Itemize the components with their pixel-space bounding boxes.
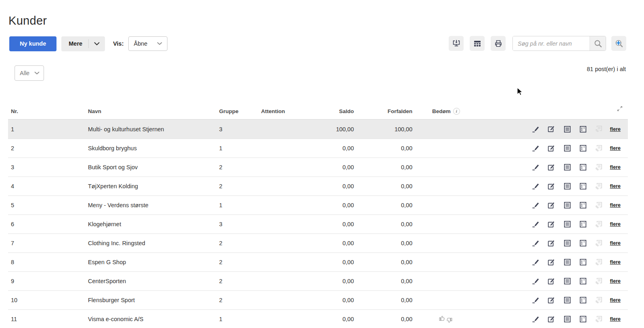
flere-link[interactable]: flere — [610, 278, 621, 284]
account-statement-button[interactable] — [579, 296, 588, 305]
table-row[interactable]: 8 Espen G Shop 2 0,00 0,00 — [8, 252, 628, 271]
recurring-invoice-button-disabled[interactable] — [594, 296, 603, 305]
header-gruppe[interactable]: Gruppe — [219, 108, 261, 114]
account-statement-button[interactable] — [579, 144, 588, 153]
recurring-invoice-button-disabled[interactable] — [594, 163, 603, 172]
rating-thumbs[interactable] — [439, 315, 453, 324]
inline-edit-button[interactable] — [531, 315, 540, 324]
table-layout-button[interactable] — [470, 36, 485, 51]
more-dropdown-toggle[interactable] — [89, 42, 105, 46]
recurring-invoice-button-disabled[interactable] — [594, 182, 603, 191]
recurring-invoice-button-disabled[interactable] — [594, 125, 603, 134]
column-filter-select[interactable]: Alle — [15, 65, 44, 81]
account-statement-button[interactable] — [579, 163, 588, 172]
view-select[interactable]: Åbne — [128, 36, 167, 51]
edit-customer-button[interactable] — [547, 125, 556, 134]
edit-customer-button[interactable] — [547, 315, 556, 324]
header-navn[interactable]: Navn — [88, 108, 219, 114]
inline-edit-button[interactable] — [531, 163, 540, 172]
flere-link[interactable]: flere — [610, 240, 621, 246]
invoices-list-button[interactable] — [563, 163, 572, 172]
invoices-list-button[interactable] — [563, 296, 572, 305]
edit-customer-button[interactable] — [547, 239, 556, 248]
edit-customer-button[interactable] — [547, 277, 556, 286]
recurring-invoice-button-disabled[interactable] — [594, 144, 603, 153]
edit-customer-button[interactable] — [547, 163, 556, 172]
invoices-list-button[interactable] — [563, 239, 572, 248]
inline-edit-button[interactable] — [531, 220, 540, 229]
table-row[interactable]: 3 Butik Sport og Sjov 2 0,00 0,00 — [8, 158, 628, 177]
account-statement-button[interactable] — [579, 315, 588, 324]
flere-link[interactable]: flere — [610, 126, 621, 132]
recurring-invoice-button-disabled[interactable] — [594, 220, 603, 229]
edit-customer-button[interactable] — [547, 220, 556, 229]
search-input[interactable] — [513, 36, 590, 50]
table-row[interactable]: 1 Multi- og kulturhuset Stjernen 3 100,0… — [8, 120, 628, 139]
account-statement-button[interactable] — [579, 220, 588, 229]
header-nr[interactable]: Nr. — [8, 108, 88, 114]
header-forfalden[interactable]: Forfalden — [354, 108, 412, 114]
account-statement-button[interactable] — [579, 125, 588, 134]
flere-link[interactable]: flere — [610, 202, 621, 208]
flere-link[interactable]: flere — [610, 221, 621, 227]
new-customer-button[interactable]: Ny kunde — [9, 36, 56, 51]
inline-edit-button[interactable] — [531, 277, 540, 286]
edit-customer-button[interactable] — [547, 201, 556, 210]
rate-thumbs-down-icon[interactable] — [446, 317, 453, 324]
recurring-invoice-button-disabled[interactable] — [594, 315, 603, 324]
table-row[interactable]: 10 Flensburger Sport 2 0,00 0,00 — [8, 290, 628, 309]
account-statement-button[interactable] — [579, 258, 588, 267]
flere-link[interactable]: flere — [610, 145, 621, 151]
inline-edit-button[interactable] — [531, 144, 540, 153]
flere-link[interactable]: flere — [610, 164, 621, 170]
rate-thumbs-up-icon[interactable] — [439, 315, 445, 322]
edit-customer-button[interactable] — [547, 144, 556, 153]
invoices-list-button[interactable] — [563, 220, 572, 229]
header-saldo[interactable]: Saldo — [303, 108, 354, 114]
invoices-list-button[interactable] — [563, 182, 572, 191]
recurring-invoice-button-disabled[interactable] — [594, 239, 603, 248]
edit-customer-button[interactable] — [547, 258, 556, 267]
flere-link[interactable]: flere — [610, 183, 621, 189]
search-button[interactable] — [590, 36, 606, 50]
recurring-invoice-button-disabled[interactable] — [594, 277, 603, 286]
account-statement-button[interactable] — [579, 239, 588, 248]
inline-edit-button[interactable] — [531, 296, 540, 305]
invoices-list-button[interactable] — [563, 277, 572, 286]
flere-link[interactable]: flere — [610, 259, 621, 265]
edit-customer-button[interactable] — [547, 182, 556, 191]
table-row[interactable]: 9 CenterSporten 2 0,00 0,00 — [8, 271, 628, 290]
flere-link[interactable]: flere — [610, 316, 621, 322]
more-split-button[interactable]: Mere — [61, 36, 105, 51]
expand-table-button[interactable] — [614, 103, 625, 114]
table-row[interactable]: 4 TøjXperten Kolding 2 0,00 0,00 — [8, 177, 628, 196]
invoices-list-button[interactable] — [563, 315, 572, 324]
inline-edit-button[interactable] — [531, 258, 540, 267]
table-row[interactable]: 11 Visma e-conomic A/S 1 0,00 0,00 — [8, 309, 628, 328]
account-statement-button[interactable] — [579, 277, 588, 286]
invoices-list-button[interactable] — [563, 201, 572, 210]
recurring-invoice-button-disabled[interactable] — [594, 201, 603, 210]
invoices-list-button[interactable] — [563, 144, 572, 153]
export-button[interactable] — [449, 36, 464, 51]
advanced-search-button[interactable] — [611, 36, 626, 51]
table-row[interactable]: 7 Clothing Inc. Ringsted 2 0,00 0,00 — [8, 233, 628, 252]
account-statement-button[interactable] — [579, 201, 588, 210]
header-bedom-label[interactable]: Bedøm — [432, 108, 451, 114]
invoices-list-button[interactable] — [563, 125, 572, 134]
table-row[interactable]: 6 Klogehjørnet 3 0,00 0,00 — [8, 214, 628, 233]
inline-edit-button[interactable] — [531, 239, 540, 248]
recurring-invoice-button-disabled[interactable] — [594, 258, 603, 267]
edit-customer-button[interactable] — [547, 296, 556, 305]
inline-edit-button[interactable] — [531, 182, 540, 191]
flere-link[interactable]: flere — [610, 297, 621, 303]
header-attention[interactable]: Attention — [261, 108, 303, 114]
more-button-label[interactable]: Mere — [61, 40, 88, 47]
inline-edit-button[interactable] — [531, 201, 540, 210]
table-row[interactable]: 5 Meny - Verdens største 1 0,00 0,00 — [8, 196, 628, 214]
info-icon[interactable]: i — [453, 108, 460, 115]
account-statement-button[interactable] — [579, 182, 588, 191]
invoices-list-button[interactable] — [563, 258, 572, 267]
table-row[interactable]: 2 Skuldborg bryghus 1 0,00 0,00 — [8, 139, 628, 158]
print-button[interactable] — [491, 36, 506, 51]
